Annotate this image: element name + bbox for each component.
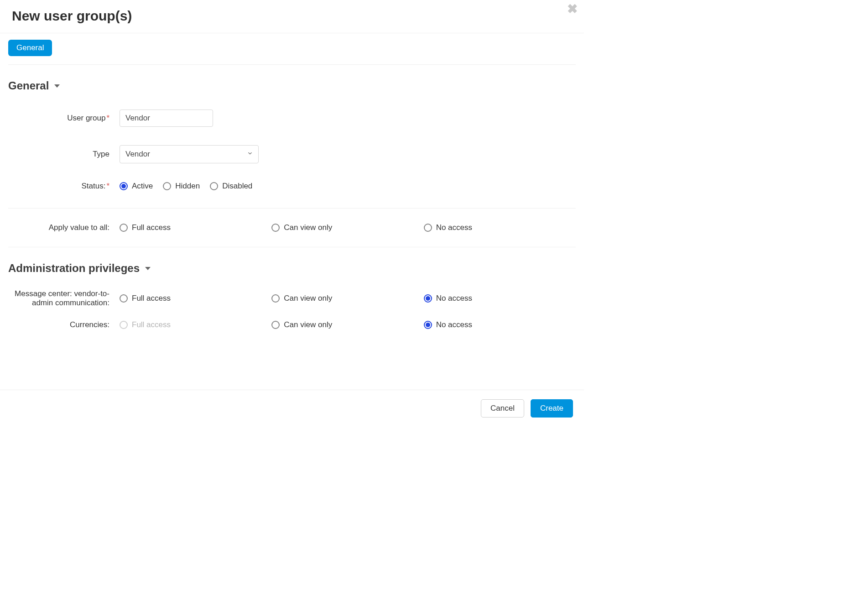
divider [8,247,576,247]
apply-all-radio-none-label: No access [436,223,472,232]
priv-radio-view-label: Can view only [284,320,332,329]
radio-icon [271,321,280,329]
dialog-title: New user group(s) [12,8,132,24]
chevron-down-icon [54,84,60,88]
priv-currencies-radio-none[interactable]: No access [424,320,576,329]
status-radio-disabled-label: Disabled [222,182,252,191]
apply-all-radio-full[interactable]: Full access [120,223,271,232]
section-heading-general[interactable]: General [8,79,576,92]
apply-all-radio-none[interactable]: No access [424,223,576,232]
radio-icon [271,294,280,303]
radio-icon [120,224,128,232]
create-button[interactable]: Create [531,399,573,418]
radio-icon [120,294,128,303]
row-type: Type Vendor [8,136,576,172]
dialog-header: New user group(s) [0,0,584,33]
priv-row-message-center: Message center: vendor-to-admin communic… [8,283,576,314]
priv-radio-full-label: Full access [132,320,171,329]
priv-message-center-radio-view[interactable]: Can view only [271,294,423,303]
priv-label-message-center: Message center: vendor-to-admin communic… [8,289,120,308]
status-radio-hidden-label: Hidden [175,182,200,191]
row-apply-all: Apply value to all: Full access Can view… [8,217,576,239]
label-type: Type [8,150,120,159]
radio-icon [120,182,128,190]
section-heading-privileges-label: Administration privileges [8,262,140,275]
dialog-body-scroll[interactable]: General General User group* Type Vendor [0,33,584,390]
status-radio-hidden[interactable]: Hidden [163,182,200,191]
apply-all-radio-full-label: Full access [132,223,171,232]
radio-icon [163,182,171,190]
section-heading-privileges[interactable]: Administration privileges [8,262,576,275]
radio-icon [424,294,432,303]
cancel-button[interactable]: Cancel [481,399,524,418]
required-marker-icon: * [106,182,109,190]
status-radio-active-label: Active [132,182,153,191]
radio-icon [120,321,128,329]
tabs-row: General [8,39,576,65]
label-apply-all: Apply value to all: [8,223,120,232]
user-group-input[interactable] [120,110,213,127]
priv-message-center-radio-full[interactable]: Full access [120,294,271,303]
priv-row-currencies: Currencies: Full access Can view only No… [8,314,576,336]
tab-general[interactable]: General [8,40,52,56]
dialog-footer: Cancel Create [0,390,584,427]
required-marker-icon: * [106,114,109,122]
priv-message-center-radio-none[interactable]: No access [424,294,576,303]
priv-currencies-radio-view[interactable]: Can view only [271,320,423,329]
apply-all-radio-view[interactable]: Can view only [271,223,423,232]
divider [8,208,576,209]
section-heading-general-label: General [8,79,49,92]
apply-all-radio-view-label: Can view only [284,223,332,232]
priv-radio-none-label: No access [436,294,472,303]
priv-radio-full-label: Full access [132,294,171,303]
status-radio-disabled[interactable]: Disabled [210,182,252,191]
radio-icon [271,224,280,232]
row-status: Status:* Active Hidden Disabled [8,172,576,200]
new-user-group-dialog: New user group(s) ✖ General General User… [0,0,584,427]
status-radio-active[interactable]: Active [120,182,153,191]
priv-radio-none-label: No access [436,320,472,329]
radio-icon [424,321,432,329]
close-icon[interactable]: ✖ [567,3,578,16]
priv-label-currencies: Currencies: [8,320,120,329]
priv-radio-view-label: Can view only [284,294,332,303]
label-user-group: User group* [8,114,120,123]
radio-icon [210,182,218,190]
type-select[interactable]: Vendor [120,145,259,163]
priv-currencies-radio-full: Full access [120,320,271,329]
radio-icon [424,224,432,232]
label-status: Status:* [8,182,120,191]
chevron-down-icon [145,267,151,270]
row-user-group: User group* [8,100,576,136]
